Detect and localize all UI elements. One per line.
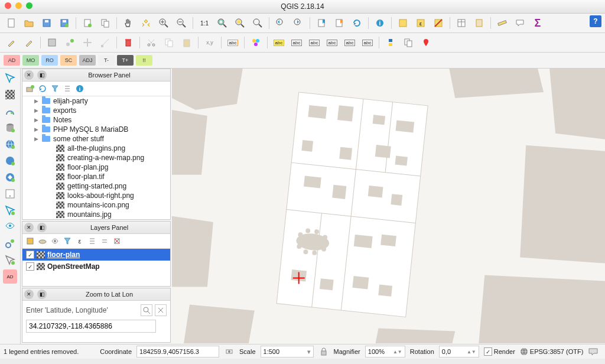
add-spatialite-layer-button[interactable]: [3, 104, 17, 118]
layer-visibility-checkbox[interactable]: ✓: [26, 262, 34, 271]
statistical-summary-button[interactable]: Σ: [530, 15, 545, 31]
toggle-editing-button[interactable]: [21, 35, 37, 50]
node-tool-button[interactable]: [97, 35, 113, 50]
browser-item[interactable]: mountains-icon.png: [22, 200, 170, 210]
zoom-to-layer-button[interactable]: [250, 15, 265, 31]
layer-style-icon[interactable]: [25, 236, 35, 246]
identify-button[interactable]: i: [372, 15, 388, 31]
add-wcs-layer-button[interactable]: [3, 154, 17, 168]
coordinate-value[interactable]: 184259.9,4057156.3: [136, 346, 219, 358]
layer-expand-icon[interactable]: [87, 236, 97, 246]
layer-expression-icon[interactable]: ε: [74, 236, 85, 246]
zoom-to-selection-button[interactable]: [232, 15, 248, 31]
minimize-window-button[interactable]: [15, 2, 22, 9]
georeferencer-button[interactable]: [418, 35, 434, 50]
layers-undock-button[interactable]: ◧: [37, 223, 47, 232]
save-project-button[interactable]: [39, 15, 54, 31]
add-vector-layer-button[interactable]: [3, 71, 17, 85]
field-calculator-button[interactable]: [471, 15, 487, 31]
refresh-button[interactable]: [349, 15, 365, 31]
tag-[interactable]: !!: [136, 55, 152, 66]
new-project-button[interactable]: [4, 15, 19, 31]
zoom-undock-button[interactable]: ◧: [37, 290, 47, 299]
tag-sc[interactable]: SC: [60, 55, 77, 66]
properties-icon[interactable]: i: [74, 83, 85, 94]
new-gpx-button[interactable]: [3, 236, 17, 251]
zoom-latlon-input[interactable]: [26, 320, 156, 333]
zoom-go-button[interactable]: [141, 304, 152, 316]
zoom-last-button[interactable]: [273, 15, 288, 31]
collapse-all-icon[interactable]: [62, 83, 73, 94]
label-highlight-button[interactable]: abc: [307, 35, 322, 50]
composer-manager-button[interactable]: [97, 15, 113, 31]
layer-filter-icon[interactable]: [62, 236, 73, 246]
add-raster-layer-button[interactable]: [3, 87, 17, 102]
tag-mo[interactable]: MO: [22, 55, 39, 66]
label-rotate-button[interactable]: abc: [360, 35, 375, 50]
layer-remove-icon[interactable]: [112, 236, 122, 246]
browser-item[interactable]: creating-a-new-map.png: [22, 153, 170, 162]
layers-close-button[interactable]: ✕: [24, 223, 34, 232]
zoom-in-button[interactable]: [156, 15, 171, 31]
add-layer-icon[interactable]: [25, 83, 35, 94]
cut-features-button[interactable]: [144, 35, 159, 50]
zoom-native-button[interactable]: 1:1: [197, 15, 212, 31]
render-checkbox[interactable]: ✓Render: [484, 347, 515, 356]
map-tips-button[interactable]: [512, 15, 528, 31]
browser-item[interactable]: all-the-plugins.png: [22, 144, 170, 153]
delete-selected-button[interactable]: [121, 35, 136, 50]
refresh-browser-icon[interactable]: [37, 83, 48, 94]
add-postgis-layer-button[interactable]: [3, 121, 17, 135]
browser-item[interactable]: floor-plan.jpg: [22, 162, 170, 172]
select-features-button[interactable]: [395, 15, 411, 31]
browser-close-button[interactable]: ✕: [24, 70, 34, 80]
magnifier-value[interactable]: 100%▲▼: [365, 346, 405, 358]
rotation-value[interactable]: 0,0▲▼: [439, 346, 479, 358]
zoom-close-button[interactable]: ✕: [24, 290, 34, 299]
new-memory-layer-button[interactable]: [3, 253, 17, 267]
browser-item[interactable]: looks-about-right.png: [22, 191, 170, 200]
layer-list[interactable]: ✓floor-plan✓OpenStreetMap: [22, 249, 170, 272]
browser-item[interactable]: getting-started.png: [22, 181, 170, 191]
add-virtual-layer-button[interactable]: [3, 203, 17, 217]
ad-plugin-button[interactable]: AD: [3, 269, 17, 284]
zoom-clear-button[interactable]: [155, 304, 167, 316]
add-wms-layer-button[interactable]: [3, 137, 17, 151]
scale-value[interactable]: 1:500▾: [261, 346, 314, 358]
deselect-all-button[interactable]: [431, 15, 446, 31]
browser-item[interactable]: ▶exports: [22, 106, 170, 115]
tag-ro[interactable]: RO: [41, 55, 58, 66]
browser-item[interactable]: ▶some other stuff: [22, 134, 170, 144]
help-button[interactable]: ?: [590, 15, 601, 27]
save-as-button[interactable]: [57, 15, 72, 31]
zoom-next-button[interactable]: [291, 15, 306, 31]
new-print-composer-button[interactable]: [80, 15, 95, 31]
current-edits-button[interactable]: [4, 35, 19, 50]
browser-item[interactable]: ▶Notes: [22, 115, 170, 125]
pan-to-selection-button[interactable]: [138, 15, 154, 31]
new-bookmark-button[interactable]: [314, 15, 329, 31]
layer-visibility-icon[interactable]: [50, 236, 60, 246]
zoom-full-button[interactable]: [214, 15, 230, 31]
add-delimited-text-button[interactable]: ,: [3, 187, 17, 201]
label-layer-button[interactable]: abc: [271, 35, 287, 50]
lock-scale-icon[interactable]: [318, 346, 329, 357]
messages-icon[interactable]: [588, 346, 599, 357]
layer-visibility-checkbox[interactable]: ✓: [26, 251, 34, 259]
select-by-expression-button[interactable]: ε: [413, 15, 428, 31]
add-wfs-layer-button[interactable]: [3, 170, 17, 184]
move-feature-button[interactable]: [80, 35, 95, 50]
add-feature-button[interactable]: [62, 35, 77, 50]
zoom-out-button[interactable]: [174, 15, 189, 31]
pan-button[interactable]: [121, 15, 136, 31]
maximize-window-button[interactable]: [26, 2, 32, 9]
paste-features-button[interactable]: [179, 35, 194, 50]
close-window-button[interactable]: [5, 2, 11, 9]
browser-item[interactable]: ▶elijah-party: [22, 96, 170, 106]
tag-t[interactable]: T+: [117, 55, 134, 66]
save-layer-edits-button[interactable]: [44, 35, 60, 50]
python-console-button[interactable]: [383, 35, 398, 50]
new-shapefile-button[interactable]: [3, 220, 17, 234]
browser-item[interactable]: ▶PHP MySQL 8 MariaDB: [22, 125, 170, 134]
crs-button[interactable]: EPSG:3857 (OTF): [520, 347, 583, 356]
